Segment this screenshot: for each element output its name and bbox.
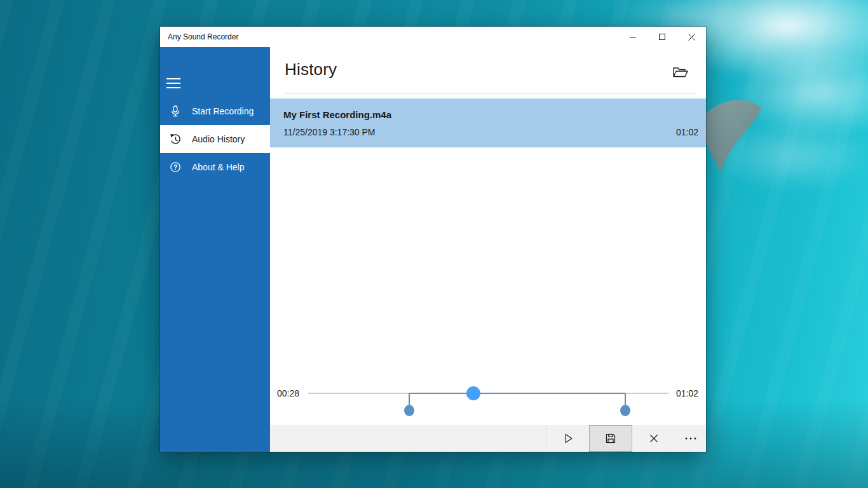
sidebar-item-label: Start Recording — [192, 106, 254, 116]
trim-start-handle[interactable] — [404, 405, 414, 416]
window-controls — [618, 27, 706, 47]
main-content: History My First Recording.m4a 11/25/201… — [270, 47, 706, 452]
playhead-handle[interactable] — [466, 386, 480, 400]
current-time-label: 00:28 — [277, 388, 299, 398]
help-question-icon: ? — [169, 161, 182, 173]
sidebar-item-audio-history[interactable]: Audio History — [160, 125, 270, 153]
sidebar-item-label: Audio History — [192, 134, 245, 144]
trim-end-handle[interactable] — [620, 405, 630, 416]
title-bar: Any Sound Recorder — [160, 27, 706, 47]
close-icon — [688, 33, 696, 41]
window-title: Any Sound Recorder — [168, 32, 238, 41]
recording-datetime: 11/25/2019 3:17:30 PM — [283, 127, 376, 137]
play-button[interactable] — [546, 425, 589, 452]
trim-slider-area: 00:28 01:02 — [270, 374, 706, 426]
header-divider — [285, 93, 697, 93]
sidebar-item-about-help[interactable]: ? About & Help — [160, 153, 270, 181]
hamburger-menu-icon — [166, 83, 180, 84]
recording-list-item[interactable]: My First Recording.m4a 11/25/2019 3:17:3… — [270, 98, 706, 147]
minimize-button[interactable] — [618, 27, 648, 47]
trim-range — [409, 393, 625, 394]
sidebar-item-label: About & Help — [192, 162, 245, 172]
hamburger-menu-icon — [166, 78, 180, 79]
save-icon — [605, 433, 616, 444]
app-window: Any Sound Recorder — [160, 27, 706, 452]
minimize-icon — [629, 33, 637, 41]
more-options-button[interactable] — [675, 425, 706, 452]
seek-track[interactable] — [308, 393, 668, 394]
close-x-icon — [649, 433, 659, 444]
open-folder-button[interactable] — [668, 60, 691, 83]
ellipsis-icon — [684, 437, 697, 440]
recording-name: My First Recording.m4a — [283, 109, 391, 120]
history-clock-icon — [169, 133, 182, 146]
recording-duration: 01:02 — [676, 127, 698, 137]
svg-text:?: ? — [173, 164, 177, 171]
close-button[interactable] — [677, 27, 706, 47]
maximize-button[interactable] — [648, 27, 677, 47]
microphone-icon — [169, 105, 182, 118]
open-folder-icon — [672, 64, 688, 79]
sidebar-nav: Start Recording Audio History — [160, 97, 270, 181]
save-button[interactable] — [589, 425, 632, 452]
play-icon — [562, 433, 574, 444]
window-body: Start Recording Audio History — [160, 47, 706, 452]
sidebar-item-start-recording[interactable]: Start Recording — [160, 97, 270, 125]
maximize-icon — [658, 33, 666, 41]
desktop-wallpaper: Any Sound Recorder — [0, 0, 868, 488]
delete-button[interactable] — [632, 425, 675, 452]
bottom-toolbar — [270, 425, 706, 452]
sidebar: Start Recording Audio History — [160, 47, 270, 452]
hamburger-menu-button[interactable] — [165, 73, 188, 93]
hamburger-menu-icon — [166, 87, 180, 88]
total-time-label: 01:02 — [676, 388, 698, 398]
page-title: History — [285, 60, 337, 79]
